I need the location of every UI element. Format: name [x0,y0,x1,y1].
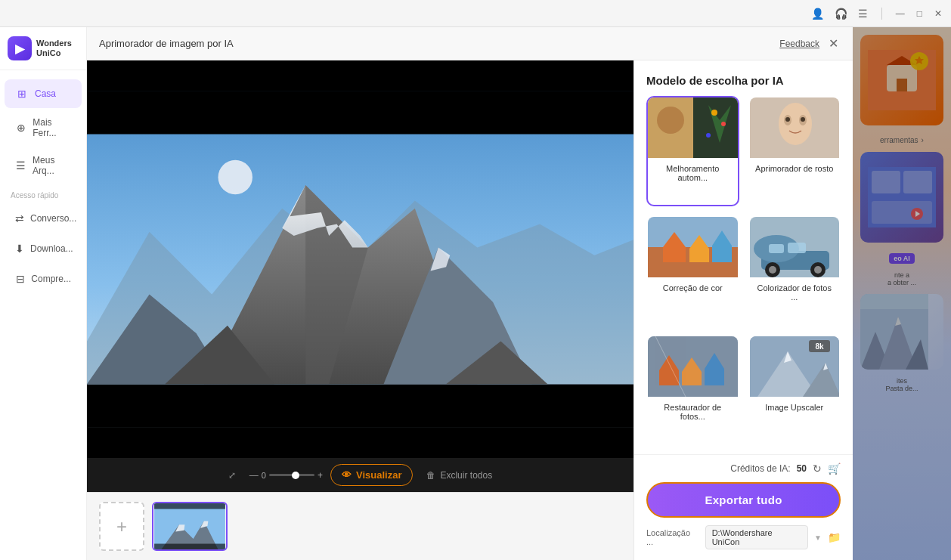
ai-panel-header: Modelo de escolha por IA [634,60,853,96]
download-icon: ⬇ [15,242,24,255]
zoom-slider-thumb [292,472,299,479]
model-card-restaurador[interactable]: Restaurador de fotos... [646,335,739,445]
sidebar-item-compressoes[interactable]: ⊟ Compre... [5,265,82,293]
zoom-out-icon[interactable]: — [249,470,259,481]
logo-text: Wonders UniCo [36,39,72,58]
svg-rect-18 [154,503,225,509]
home-icon: ⊞ [15,87,29,101]
compress-icon: ⊟ [15,272,25,286]
svg-point-4 [218,160,252,194]
sidebar-item-conversoes[interactable]: ⇄ Converso... [5,204,82,233]
svg-point-32 [801,117,805,122]
model-img-cor [648,217,739,277]
credits-label: Créditos de IA: [730,463,790,474]
zoom-value: 0 [262,471,266,480]
thumbnail-item[interactable] [152,502,228,551]
svg-rect-38 [689,249,709,262]
svg-rect-36 [663,247,686,262]
dropdown-arrow-icon[interactable]: ▼ [814,534,822,542]
sidebar-item-mais-ferramentas[interactable]: ⊕ Mais Ferr... [5,110,82,146]
maximize-button[interactable]: □ [917,8,922,19]
svg-rect-2 [87,384,633,427]
svg-rect-48 [769,244,784,253]
model-img-colorizador [750,217,841,277]
credits-value: 50 [797,463,807,474]
app-close-button[interactable]: ✕ [934,8,942,19]
svg-point-45 [769,266,776,274]
sidebar-item-downloads[interactable]: ⬇ Downloa... [5,234,82,263]
sidebar-item-meus-arquivos[interactable]: ☰ Meus Arq... [5,147,82,184]
main-content: Aprimorador de imagem por IA Feedback ✕ [87,0,951,560]
user-icon[interactable]: 👤 [811,8,824,20]
refresh-credits-button[interactable]: ↻ [813,463,822,475]
location-row: Localização ... D:\Wondershare UniCon ▼ … [646,525,841,549]
model-img-melhoramento [648,97,739,158]
model-card-colorizador[interactable]: Colorizador de fotos ... [748,215,841,326]
app-logo: ▶ Wonders UniCo [0,27,86,70]
svg-point-25 [721,122,726,126]
location-label: Localização ... [646,528,699,546]
headset-icon[interactable]: 🎧 [835,8,847,20]
svg-rect-55 [682,372,702,385]
model-label-upscaler: Image Upscaler [750,400,840,416]
modal-close-button[interactable]: ✕ [826,36,841,51]
zoom-slider[interactable] [269,474,314,476]
model-img-rosto [750,97,841,158]
excluir-todos-button[interactable]: 🗑 Excluir todos [420,467,498,484]
tools-icon: ⊕ [15,121,26,135]
model-card-melhoramento[interactable]: Melhoramento autom... [646,96,739,206]
model-img-restaurador [648,336,739,397]
folder-open-icon[interactable]: 📁 [828,531,841,543]
modal-window: Aprimorador de imagem por IA Feedback ✕ [87,27,853,560]
feedback-link[interactable]: Feedback [779,39,819,49]
svg-point-26 [706,133,711,138]
zoom-in-icon[interactable]: + [318,470,323,481]
titlebar-right: Feedback ✕ [779,36,841,51]
thumbnail-strip: + [87,492,633,560]
image-container [87,60,633,458]
trash-icon: 🗑 [426,470,435,481]
credits-row: Créditos de IA: 50 ↻ 🛒 [646,463,841,475]
svg-point-28 [779,103,812,145]
model-card-rosto[interactable]: Aprimorador de rosto [748,96,841,206]
mountain-image [87,60,633,458]
svg-point-47 [814,266,822,274]
fit-icon: ⤢ [228,470,236,481]
divider [881,8,882,20]
fit-screen-button[interactable]: ⤢ [222,467,242,484]
ai-panel-footer: Créditos de IA: 50 ↻ 🛒 Exportar tudo Loc… [634,454,853,560]
cart-icon[interactable]: 🛒 [828,463,841,475]
modal-overlay: Aprimorador de imagem por IA Feedback ✕ [87,27,951,560]
location-path: D:\Wondershare UniCon [705,525,808,549]
svg-text:8k: 8k [815,342,824,351]
preview-toolbar: ⤢ — 0 + 👁 Visualizar [87,458,633,492]
svg-rect-40 [712,246,732,262]
model-card-upscaler[interactable]: 8k Image Upscaler [748,335,841,445]
preview-area: ⤢ — 0 + 👁 Visualizar [87,60,633,560]
zoom-control: — 0 + [249,470,323,481]
ai-panel: Modelo de escolha por IA [633,60,853,560]
model-card-cor[interactable]: Correção de cor [646,215,739,326]
svg-rect-49 [788,243,806,253]
modal-titlebar: Aprimorador de imagem por IA Feedback ✕ [87,27,853,60]
logo-icon: ▶ [8,36,32,60]
files-icon: ☰ [15,159,26,172]
model-label-rosto: Aprimorador de rosto [750,161,840,178]
modal-body: ⤢ — 0 + 👁 Visualizar [87,60,853,560]
minimize-button[interactable]: — [896,8,905,19]
menu-icon[interactable]: ☰ [858,8,868,20]
model-label-restaurador: Restaurador de fotos... [648,400,738,425]
sidebar-item-casa[interactable]: ⊞ Casa [5,79,82,108]
model-label-cor: Correção de cor [648,280,738,297]
svg-point-22 [657,107,684,134]
svg-rect-57 [705,369,724,385]
sidebar: ▶ Wonders UniCo ⊞ Casa ⊕ Mais Ferr... ☰ … [0,27,87,560]
export-all-button[interactable]: Exportar tudo [646,482,841,518]
svg-point-31 [785,117,790,122]
quick-access-label: Acesso rápido [0,185,86,203]
window-chrome: 👤 🎧 ☰ — □ ✕ [0,0,951,27]
svg-rect-1 [87,91,633,135]
convert-icon: ⇄ [15,212,24,225]
visualizar-button[interactable]: 👁 Visualizar [330,464,413,486]
add-image-button[interactable]: + [99,502,144,551]
